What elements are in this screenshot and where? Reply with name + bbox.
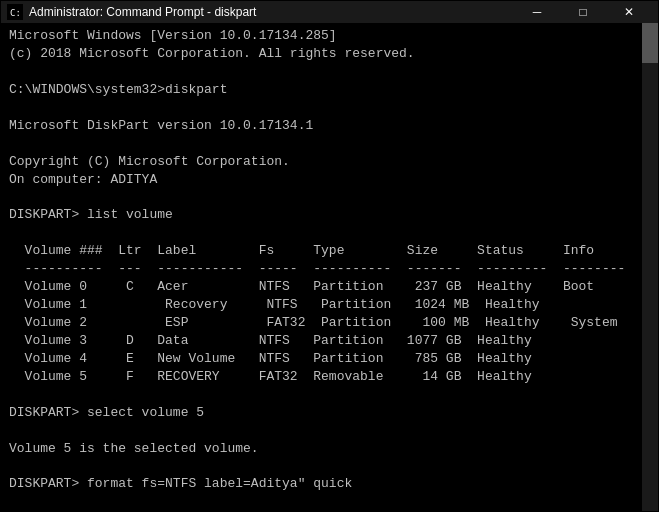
- console-area: Microsoft Windows [Version 10.0.17134.28…: [1, 23, 658, 511]
- maximize-button[interactable]: □: [560, 1, 606, 23]
- close-button[interactable]: ✕: [606, 1, 652, 23]
- window-icon: C:: [7, 4, 23, 20]
- console-output[interactable]: Microsoft Windows [Version 10.0.17134.28…: [1, 23, 642, 511]
- window-title: Administrator: Command Prompt - diskpart: [29, 5, 514, 19]
- svg-text:C:: C:: [10, 8, 21, 18]
- minimize-button[interactable]: ─: [514, 1, 560, 23]
- titlebar: C: Administrator: Command Prompt - diskp…: [1, 1, 658, 23]
- scrollbar[interactable]: [642, 23, 658, 511]
- titlebar-controls: ─ □ ✕: [514, 1, 652, 23]
- scrollbar-thumb[interactable]: [642, 23, 658, 63]
- window: C: Administrator: Command Prompt - diskp…: [0, 0, 659, 512]
